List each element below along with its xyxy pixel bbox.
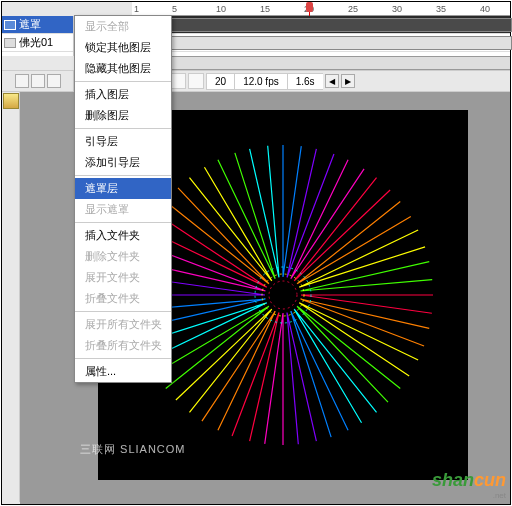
- ruler-mark: 30: [392, 4, 402, 14]
- ruler-mark: 15: [260, 4, 270, 14]
- tool-icon[interactable]: [3, 93, 19, 109]
- menu-separator: [75, 128, 171, 129]
- menu-separator: [75, 358, 171, 359]
- menu-item: 展开文件夹: [75, 267, 171, 288]
- app-frame: 1 5 10 15 20 25 30 35 40 遮罩 佛光01: [1, 1, 511, 505]
- logo-part1: shan: [432, 470, 474, 490]
- menu-item[interactable]: 添加引导层: [75, 152, 171, 173]
- add-layer-button[interactable]: [15, 74, 29, 88]
- elapsed-field: 1.6s: [287, 73, 323, 90]
- menu-item[interactable]: 删除图层: [75, 105, 171, 126]
- menu-item: 显示全部: [75, 16, 171, 37]
- delete-layer-button[interactable]: [47, 74, 61, 88]
- ruler-mark: 35: [436, 4, 446, 14]
- timeline-ruler[interactable]: 1 5 10 15 20 25 30 35 40: [132, 2, 510, 16]
- menu-item: 删除文件夹: [75, 246, 171, 267]
- menu-item: 展开所有文件夹: [75, 314, 171, 335]
- fps-field[interactable]: 12.0 fps: [234, 73, 287, 90]
- menu-item: 折叠所有文件夹: [75, 335, 171, 356]
- svg-point-1: [262, 274, 304, 316]
- menu-separator: [75, 81, 171, 82]
- scroll-right-icon[interactable]: ▶: [341, 74, 355, 88]
- menu-item[interactable]: 插入文件夹: [75, 225, 171, 246]
- layer-row-mask[interactable]: 遮罩: [2, 16, 73, 34]
- menu-item[interactable]: 属性...: [75, 361, 171, 382]
- menu-item: 折叠文件夹: [75, 288, 171, 309]
- menu-item: 显示遮罩: [75, 199, 171, 220]
- menu-item[interactable]: 遮罩层: [75, 178, 171, 199]
- timeline-scrollbar[interactable]: [132, 56, 510, 70]
- menu-item[interactable]: 插入图层: [75, 84, 171, 105]
- modify-markers-icon[interactable]: [188, 73, 204, 89]
- layer-name: 遮罩: [19, 17, 41, 32]
- menu-separator: [75, 222, 171, 223]
- ruler-mark: 10: [216, 4, 226, 14]
- ruler-mark: 1: [134, 4, 139, 14]
- layer-context-menu: 显示全部锁定其他图层隐藏其他图层插入图层删除图层引导层添加引导层遮罩层显示遮罩插…: [74, 15, 172, 383]
- current-frame-field[interactable]: 20: [206, 73, 234, 90]
- layer-controls: [2, 71, 74, 91]
- keyframe-span[interactable]: [132, 18, 512, 32]
- site-logo: shancun .net: [432, 470, 506, 500]
- menu-item[interactable]: 引导层: [75, 131, 171, 152]
- menu-item[interactable]: 隐藏其他图层: [75, 58, 171, 79]
- ruler-mark: 25: [348, 4, 358, 14]
- svg-point-0: [269, 281, 297, 309]
- keyframe-span[interactable]: [132, 36, 512, 50]
- layer-name: 佛光01: [19, 35, 53, 50]
- edit-multiple-frames-icon[interactable]: [170, 73, 186, 89]
- ruler-mark: 5: [172, 4, 177, 14]
- add-folder-button[interactable]: [31, 74, 45, 88]
- scroll-left-icon[interactable]: ◀: [325, 74, 339, 88]
- layer-panel: 遮罩 佛光01: [2, 16, 74, 56]
- watermark-text: 三联网 SLIANCOM: [80, 442, 186, 457]
- layer-row-foguang[interactable]: 佛光01: [2, 34, 73, 52]
- menu-item[interactable]: 锁定其他图层: [75, 37, 171, 58]
- layer-icon: [4, 20, 16, 30]
- logo-sub: .net: [432, 491, 506, 500]
- layer-icon: [4, 38, 16, 48]
- ruler-mark: 40: [480, 4, 490, 14]
- menu-separator: [75, 175, 171, 176]
- vertical-toolbar: [2, 92, 20, 502]
- menu-separator: [75, 311, 171, 312]
- logo-part2: cun: [474, 470, 506, 490]
